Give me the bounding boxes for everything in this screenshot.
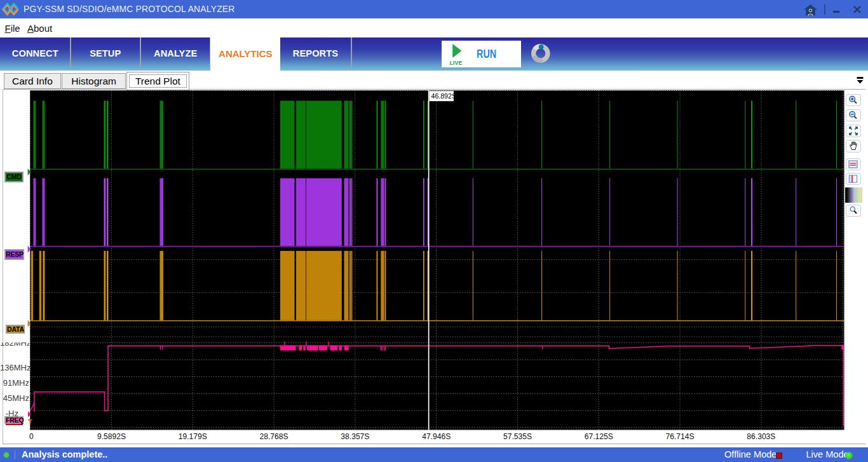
svg-text:46.892S: 46.892S [431,92,456,100]
